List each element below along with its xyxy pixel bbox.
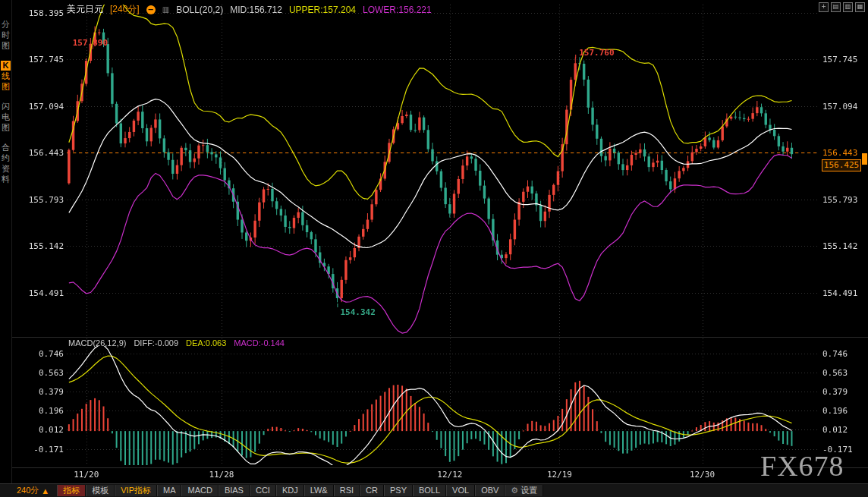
bottom-toolbar: 240分 ▲ 指标模板VIP指标MAMACDBIASCCIKDJLW&RSICR…	[0, 483, 868, 497]
last-price-box: 156.425	[822, 159, 861, 171]
sidebar-item-time-chart[interactable]: 分时图	[1, 20, 11, 51]
toolbar-tab-PSY[interactable]: PSY	[384, 485, 413, 496]
boll-upper-value: UPPER:157.204	[289, 5, 356, 15]
toolbar-tab-RSI[interactable]: RSI	[334, 485, 360, 496]
toolbar-tab-MA[interactable]: MA	[157, 485, 182, 496]
sidebar-item-flash-chart[interactable]: 闪电图	[1, 102, 11, 133]
toolbar-tab-模板[interactable]: 模板	[86, 485, 115, 496]
macd-name: MACD(26,12,9)	[68, 338, 126, 348]
toolbar-tabs: 指标模板VIP指标MAMACDBIASCCIKDJLW&RSICRPSYBOLL…	[57, 485, 543, 496]
left-sidebar: 分时图K线图闪电图合约资料	[0, 0, 12, 484]
layout-grid-icon[interactable]: ▦	[855, 2, 865, 12]
indicator-style-icon: ▥	[162, 5, 169, 14]
sidebar-item-char: 电	[1, 112, 11, 122]
period-label: 240分	[17, 485, 39, 496]
toolbar-tab-LW&[interactable]: LW&	[304, 485, 334, 496]
toolbar-tab-BIAS[interactable]: BIAS	[219, 485, 250, 496]
sidebar-item-char: 线	[1, 71, 11, 81]
sidebar-item-char: K	[1, 61, 11, 71]
macd-legend: MACD(26,12,9) DIFF:-0.009 DEA:0.063 MACD…	[68, 338, 285, 348]
toolbar-tab-VIP指标[interactable]: VIP指标	[115, 485, 157, 496]
sidebar-item-contract-info[interactable]: 合约资料	[1, 143, 11, 184]
sidebar-item-char: 约	[1, 153, 11, 163]
window-icons: +▤▥▦	[819, 2, 865, 12]
boll-lower-value: LOWER:156.221	[363, 5, 432, 15]
toolbar-tab-CCI[interactable]: CCI	[250, 485, 276, 496]
sidebar-item-kline-chart[interactable]: K线图	[1, 61, 11, 92]
macd-value: MACD:-0.144	[234, 338, 285, 348]
toolbar-tab-MACD[interactable]: MACD	[181, 485, 218, 496]
toolbar-tab-指标[interactable]: 指标	[57, 485, 86, 496]
add-window-icon[interactable]: +	[819, 2, 829, 12]
sidebar-item-char: 资	[1, 164, 11, 174]
layout-split-icon[interactable]: ▥	[843, 2, 853, 12]
gear-icon: ⚙	[511, 486, 518, 495]
toolbar-tab-设置[interactable]: ⚙设置	[505, 485, 543, 496]
sidebar-item-char: 分	[1, 20, 11, 30]
toolbar-tab-KDJ[interactable]: KDJ	[276, 485, 304, 496]
macd-dea-value: DEA:0.063	[186, 338, 226, 348]
toolbar-tab-VOL[interactable]: VOL	[446, 485, 475, 496]
period-badge: [240分]	[110, 3, 140, 16]
boll-mid-value: MID:156.712	[230, 5, 282, 15]
sidebar-item-char: 合	[1, 143, 11, 153]
sidebar-item-char: 图	[1, 82, 11, 92]
macd-diff-value: DIFF:-0.009	[134, 338, 178, 348]
layout-single-icon[interactable]: ▤	[831, 2, 841, 12]
sidebar-item-char: 时	[1, 30, 11, 40]
toolbar-tab-BOLL[interactable]: BOLL	[413, 485, 446, 496]
watermark: FX678	[760, 449, 844, 483]
chart-app: 分时图K线图闪电图合约资料 美元日元 [240分] − ▥ BOLL(20,2)…	[0, 0, 868, 497]
toolbar-tab-OBV[interactable]: OBV	[475, 485, 505, 496]
symbol-title: 美元日元	[67, 3, 103, 16]
toolbar-tab-CR[interactable]: CR	[360, 485, 384, 496]
sidebar-item-char: 图	[1, 41, 11, 51]
period-selector[interactable]: 240分 ▲	[17, 485, 49, 496]
boll-label: BOLL(20,2)	[176, 5, 223, 15]
sidebar-item-char: 闪	[1, 102, 11, 112]
period-arrow-icon: ▲	[41, 486, 49, 495]
last-price-marker	[862, 153, 867, 165]
collapse-icon[interactable]: −	[146, 5, 156, 14]
chart-canvas[interactable]	[0, 0, 868, 497]
chart-legend: 美元日元 [240分] − ▥ BOLL(20,2) MID:156.712 U…	[67, 3, 432, 16]
sidebar-item-char: 图	[1, 123, 11, 133]
sidebar-item-char: 料	[1, 175, 11, 184]
